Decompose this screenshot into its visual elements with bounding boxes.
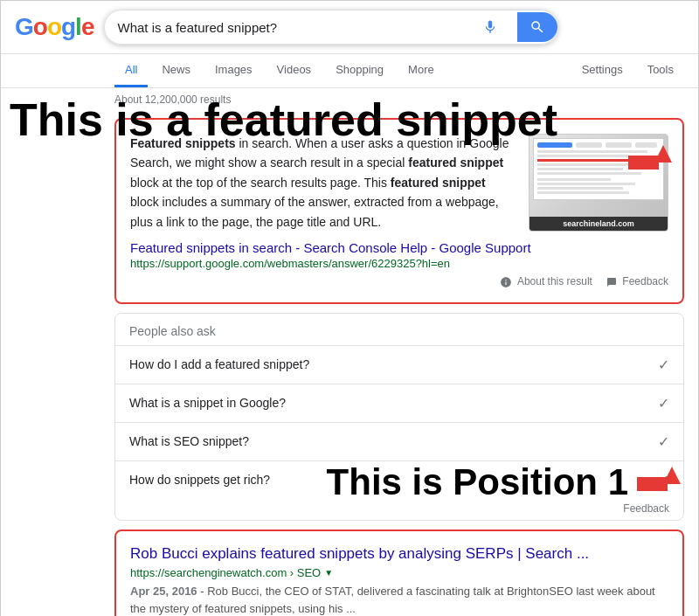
search-bar[interactable] bbox=[104, 10, 558, 45]
snippet-text: Featured snippets in search. When a user… bbox=[130, 134, 515, 232]
paa-item-2[interactable]: What is a snippet in Google? ✓ bbox=[115, 384, 683, 422]
snippet-image: searchineland.com bbox=[529, 134, 668, 232]
paa-question-2: What is a snippet in Google? bbox=[129, 396, 286, 410]
feedback-link-featured[interactable]: Feedback bbox=[606, 275, 668, 288]
snippet-url: https://support.google.com/webmasters/an… bbox=[130, 257, 668, 270]
about-this-result[interactable]: About this result bbox=[500, 275, 592, 288]
chevron-down-icon-1: ✓ bbox=[658, 356, 669, 373]
paa-question-3: What is SEO snippet? bbox=[129, 434, 249, 448]
paa-feedback-link[interactable]: Feedback bbox=[623, 502, 669, 515]
chevron-down-icon-2: ✓ bbox=[658, 395, 669, 412]
tab-news[interactable]: News bbox=[151, 54, 201, 87]
search-input[interactable] bbox=[117, 20, 481, 35]
people-also-ask-section: People also ask How do I add a featured … bbox=[114, 313, 684, 521]
result-url: https://searchenginewatch.com › SEO bbox=[130, 566, 321, 579]
result-title-link[interactable]: Rob Bucci explains featured snippets by … bbox=[130, 543, 668, 564]
chevron-down-icon-3: ✓ bbox=[658, 433, 669, 450]
tab-tools[interactable]: Tools bbox=[637, 54, 684, 87]
results-count: About 12,200,000 results bbox=[1, 88, 698, 109]
result-url-line: https://searchenginewatch.com › SEO ▼ bbox=[130, 566, 668, 579]
tab-settings[interactable]: Settings bbox=[571, 54, 633, 87]
paa-question-4: How do snippets get rich? bbox=[129, 473, 270, 487]
snippet-link[interactable]: Featured snippets in search - Search Con… bbox=[130, 240, 668, 255]
paa-title: People also ask bbox=[115, 314, 683, 345]
paa-item-3[interactable]: What is SEO snippet? ✓ bbox=[115, 422, 683, 460]
tab-videos[interactable]: Videos bbox=[266, 54, 322, 87]
featured-snippet-box: Featured snippets in search. When a user… bbox=[114, 118, 684, 304]
result-snippet: Apr 25, 2016 - Rob Bucci, the CEO of STA… bbox=[130, 583, 668, 616]
header: Google bbox=[1, 1, 698, 54]
paa-question-1: How do I add a featured snippet? bbox=[129, 357, 309, 371]
position1-result-box: Rob Bucci explains featured snippets by … bbox=[114, 529, 684, 616]
google-logo: Google bbox=[15, 13, 93, 41]
tab-images[interactable]: Images bbox=[204, 54, 263, 87]
nav-tabs: All News Images Videos Shopping More Set… bbox=[1, 54, 698, 88]
tab-shopping[interactable]: Shopping bbox=[325, 54, 394, 87]
tab-all[interactable]: All bbox=[114, 54, 148, 87]
microphone-icon[interactable] bbox=[481, 17, 500, 37]
tab-more[interactable]: More bbox=[398, 54, 445, 87]
paa-item-4[interactable]: How do snippets get rich? ✓ bbox=[115, 460, 683, 499]
snippet-content: Featured snippets in search. When a user… bbox=[130, 134, 668, 232]
paa-feedback: Feedback bbox=[115, 499, 683, 520]
main-content: This is a featured snippet About 12,200,… bbox=[1, 88, 698, 616]
result-dropdown-icon[interactable]: ▼ bbox=[324, 568, 333, 578]
paa-item-1[interactable]: How do I add a featured snippet? ✓ bbox=[115, 345, 683, 384]
snippet-image-label: searchineland.com bbox=[529, 217, 668, 231]
search-button[interactable] bbox=[517, 12, 557, 42]
snippet-footer: About this result Feedback bbox=[130, 275, 668, 288]
chevron-down-icon-4: ✓ bbox=[658, 472, 669, 488]
result-snippet-text: - Rob Bucci, the CEO of STAT, delivered … bbox=[130, 585, 655, 616]
